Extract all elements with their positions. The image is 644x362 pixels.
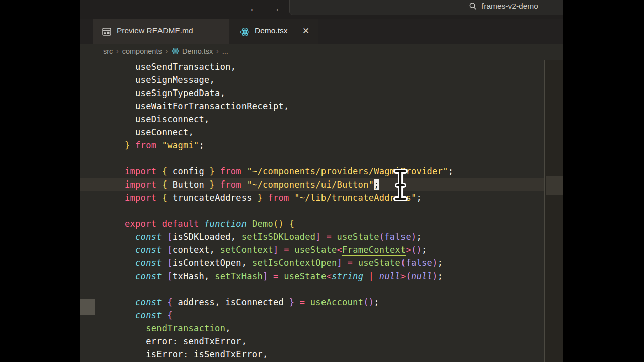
code-line[interactable]: sendTransaction, bbox=[125, 322, 453, 335]
breadcrumb-item[interactable]: ... bbox=[222, 47, 228, 55]
breadcrumb: src›components›Demo.tsx›... bbox=[80, 44, 564, 60]
markdown-preview-icon bbox=[102, 27, 112, 39]
close-icon[interactable]: ✕ bbox=[301, 26, 311, 37]
command-center-content: frames-v2-demo bbox=[290, 1, 564, 15]
code-editor[interactable]: useSendTransaction, useSignMessage, useS… bbox=[80, 60, 564, 362]
code-line[interactable]: const [isContextOpen, setIsContextOpen] … bbox=[125, 256, 453, 269]
code-line[interactable]: const [txHash, setTxHash] = useState<str… bbox=[125, 269, 453, 283]
code-line[interactable]: useSignMessage, bbox=[125, 73, 453, 86]
breadcrumb-label: src bbox=[103, 47, 113, 55]
code-line[interactable]: import { config } from "~/components/pro… bbox=[125, 165, 453, 178]
tab-preview-readme[interactable]: Preview README.md bbox=[93, 19, 229, 44]
code-line[interactable]: } from "wagmi"; bbox=[125, 139, 453, 152]
code-line[interactable]: import { truncateAddress } from "~/lib/t… bbox=[125, 191, 453, 204]
code-line[interactable]: const { bbox=[125, 309, 453, 322]
code-content: useSendTransaction, useSignMessage, useS… bbox=[125, 60, 453, 361]
code-line[interactable]: isError: isSendTxError, bbox=[125, 348, 453, 361]
breadcrumb-separator-icon: › bbox=[116, 47, 118, 55]
breadcrumb-item[interactable]: Demo.tsx bbox=[171, 47, 213, 55]
tab-label: Preview README.md bbox=[117, 26, 193, 35]
code-line[interactable]: useSendTransaction, bbox=[125, 60, 453, 73]
code-line[interactable]: useDisconnect, bbox=[125, 113, 453, 126]
gray-square-artifact bbox=[80, 299, 95, 315]
code-line[interactable]: useConnect, bbox=[125, 126, 453, 139]
scrollbar-slider[interactable] bbox=[546, 176, 564, 195]
code-line[interactable]: useWaitForTransactionReceipt, bbox=[125, 100, 453, 113]
react-icon bbox=[171, 47, 180, 55]
code-line[interactable] bbox=[125, 283, 453, 296]
code-line[interactable] bbox=[125, 152, 453, 165]
titlebar: ← → frames-v2-demo bbox=[80, 0, 564, 19]
workspace-name: frames-v2-demo bbox=[481, 2, 538, 11]
breadcrumb-items: src›components›Demo.tsx›... bbox=[103, 47, 228, 55]
minimap-strip[interactable] bbox=[544, 60, 564, 362]
tab-demo-tsx[interactable]: Demo.tsx ✕ bbox=[229, 19, 318, 44]
forward-button[interactable]: → bbox=[268, 1, 283, 16]
code-line[interactable] bbox=[125, 204, 453, 217]
back-button[interactable]: ← bbox=[247, 1, 262, 16]
code-line[interactable]: const { address, isConnected } = useAcco… bbox=[125, 296, 453, 309]
breadcrumb-label: ... bbox=[222, 47, 228, 55]
code-line[interactable]: export default function Demo() { bbox=[125, 217, 453, 230]
vscode-window: ← → frames-v2-demo bbox=[80, 0, 564, 362]
command-center-search[interactable]: frames-v2-demo bbox=[289, 0, 564, 15]
breadcrumb-separator-icon: › bbox=[166, 47, 168, 55]
screenshot-stage: ← → frames-v2-demo bbox=[0, 0, 644, 362]
breadcrumb-label: components bbox=[122, 47, 162, 55]
code-line[interactable]: useSignTypedData, bbox=[125, 86, 453, 100]
tab-label: Demo.tsx bbox=[255, 26, 287, 35]
react-icon bbox=[239, 27, 250, 39]
breadcrumb-separator-icon: › bbox=[216, 47, 218, 55]
search-icon bbox=[468, 2, 477, 13]
code-line[interactable]: error: sendTxError, bbox=[125, 335, 453, 348]
tab-strip: Preview README.md Demo.tsx ✕ bbox=[80, 19, 564, 44]
code-line[interactable]: const [isSDKLoaded, setIsSDKLoaded] = us… bbox=[125, 230, 453, 243]
breadcrumb-item[interactable]: components bbox=[122, 47, 162, 55]
text-cursor: ; bbox=[374, 179, 379, 190]
breadcrumb-label: Demo.tsx bbox=[182, 47, 213, 55]
code-line[interactable]: import { Button } from "~/components/ui/… bbox=[125, 178, 453, 191]
breadcrumb-item[interactable]: src bbox=[103, 47, 113, 55]
code-line[interactable]: const [context, setContext] = useState<F… bbox=[125, 243, 453, 256]
